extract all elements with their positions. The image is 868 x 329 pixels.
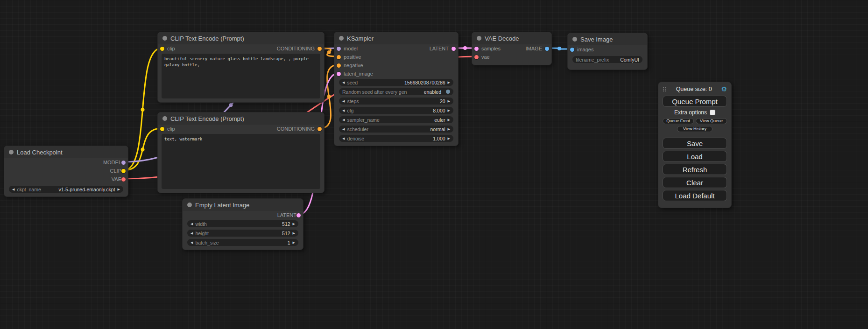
node-title-bar[interactable]: Empty Latent Image	[183, 199, 303, 211]
widget-value: 512	[282, 221, 290, 227]
node-collapse-dot[interactable]	[477, 36, 481, 41]
node-collapse-dot[interactable]	[572, 37, 577, 42]
node-title-bar[interactable]: VAE Decode	[472, 32, 551, 44]
increment-arrow-icon[interactable]: ▶	[448, 99, 450, 103]
widget-steps[interactable]: ◀ steps 20 ▶	[339, 98, 453, 105]
output-port-conditioning[interactable]	[318, 47, 322, 51]
widget-random-seed-toggle[interactable]: Random seed after every gen enabled	[339, 88, 453, 95]
widget-filename-prefix[interactable]: filename_prefix ComfyUI	[572, 56, 642, 63]
input-port-negative[interactable]	[337, 63, 341, 68]
prompt-textarea[interactable]: text, watermark	[162, 134, 320, 189]
node-ksampler[interactable]: KSampler model LATENT positive	[334, 32, 459, 146]
node-clip-text-encode-negative[interactable]: CLIP Text Encode (Prompt) clip CONDITION…	[157, 112, 325, 193]
decrement-arrow-icon[interactable]: ◀	[191, 241, 193, 244]
input-port-vae[interactable]	[474, 55, 479, 59]
toggle-indicator[interactable]	[446, 90, 450, 94]
settings-gear-icon[interactable]: ⚙	[721, 85, 727, 93]
input-port-positive[interactable]	[337, 55, 341, 59]
node-collapse-dot[interactable]	[187, 203, 192, 207]
widget-width[interactable]: ◀ width 512 ▶	[187, 220, 298, 227]
decrement-arrow-icon[interactable]: ◀	[342, 137, 345, 140]
decrement-arrow-icon[interactable]: ◀	[342, 118, 345, 121]
wire-midpoint-dot	[327, 95, 331, 98]
output-port-latent[interactable]	[296, 213, 301, 217]
input-port-samples[interactable]	[474, 47, 479, 51]
widget-scheduler[interactable]: ◀ scheduler normal ▶	[339, 126, 453, 133]
refresh-button[interactable]: Refresh	[663, 164, 727, 175]
increment-arrow-icon[interactable]: ▶	[293, 231, 295, 235]
output-label: CONDITIONING	[277, 126, 315, 132]
node-vae-decode[interactable]: VAE Decode samples IMAGE vae	[472, 32, 552, 65]
decrement-arrow-icon[interactable]: ◀	[342, 99, 345, 103]
increment-arrow-icon[interactable]: ▶	[118, 188, 120, 191]
input-port-latent-image[interactable]	[337, 72, 341, 76]
decrement-arrow-icon[interactable]: ◀	[342, 109, 345, 112]
widget-ckpt-name[interactable]: ◀ ckpt_name v1-5-pruned-emaonly.ckpt ▶	[9, 186, 123, 193]
clear-button[interactable]: Clear	[663, 177, 727, 188]
node-collapse-dot[interactable]	[162, 36, 167, 41]
decrement-arrow-icon[interactable]: ◀	[191, 231, 193, 235]
extra-options-checkbox[interactable]	[710, 110, 715, 115]
decrement-arrow-icon[interactable]: ◀	[191, 222, 193, 225]
output-port-latent[interactable]	[452, 47, 456, 51]
increment-arrow-icon[interactable]: ▶	[293, 222, 295, 225]
node-title-bar[interactable]: CLIP Text Encode (Prompt)	[158, 112, 324, 125]
node-title-bar[interactable]: Load Checkpoint	[4, 146, 128, 158]
node-title-bar[interactable]: Save Image	[568, 33, 647, 45]
widget-cfg[interactable]: ◀ cfg 8.000 ▶	[339, 107, 453, 114]
extra-options-label: Extra options	[674, 109, 707, 116]
increment-arrow-icon[interactable]: ▶	[448, 109, 450, 112]
widget-denoise[interactable]: ◀ denoise 1.000 ▶	[339, 135, 453, 142]
increment-arrow-icon[interactable]: ▶	[448, 127, 450, 131]
node-collapse-dot[interactable]	[339, 36, 344, 41]
node-save-image[interactable]: Save Image images filename_prefix ComfyU…	[567, 33, 648, 70]
view-queue-button[interactable]: View Queue	[696, 118, 727, 124]
view-history-button[interactable]: View History	[677, 126, 713, 132]
node-empty-latent-image[interactable]: Empty Latent Image LATENT ◀ width 512 ▶ …	[182, 198, 303, 250]
node-title: Load Checkpoint	[17, 149, 63, 156]
node-clip-text-encode-positive[interactable]: CLIP Text Encode (Prompt) clip CONDITION…	[157, 32, 325, 103]
increment-arrow-icon[interactable]: ▶	[293, 241, 295, 244]
io-row: images	[568, 45, 647, 54]
output-port-image[interactable]	[545, 47, 549, 51]
widget-height[interactable]: ◀ height 512 ▶	[187, 230, 298, 237]
input-label: model	[344, 46, 358, 51]
output-port-conditioning[interactable]	[318, 127, 322, 131]
save-button[interactable]: Save	[663, 138, 727, 149]
widget-name: Random seed after every gen	[342, 89, 407, 95]
input-port-clip[interactable]	[160, 47, 164, 51]
queue-prompt-button[interactable]: Queue Prompt	[663, 96, 727, 107]
node-title-bar[interactable]: CLIP Text Encode (Prompt)	[158, 32, 324, 44]
node-load-checkpoint[interactable]: Load Checkpoint MODEL CLIP VAE ◀ ckpt_na…	[4, 146, 128, 197]
main-menu-panel[interactable]: Queue size: 0 ⚙ Queue Prompt Extra optio…	[658, 82, 732, 208]
decrement-arrow-icon[interactable]: ◀	[342, 81, 345, 84]
node-title: KSampler	[347, 35, 374, 42]
increment-arrow-icon[interactable]: ▶	[448, 118, 450, 121]
wire-clip-to-positive-clip	[124, 48, 162, 170]
increment-arrow-icon[interactable]: ▶	[448, 137, 450, 140]
queue-front-button[interactable]: Queue Front	[663, 118, 694, 124]
node-collapse-dot[interactable]	[162, 116, 167, 121]
menu-drag-handle-icon[interactable]	[663, 87, 667, 92]
prompt-textarea[interactable]: beautiful scenery nature glass bottle la…	[162, 54, 320, 98]
node-title-bar[interactable]: KSampler	[334, 32, 458, 44]
output-port-clip[interactable]	[121, 169, 126, 173]
widget-value: 1.000	[433, 136, 445, 141]
load-default-button[interactable]: Load Default	[663, 190, 727, 201]
load-button[interactable]: Load	[663, 151, 727, 162]
increment-arrow-icon[interactable]: ▶	[448, 81, 450, 84]
wire-midpoint-dot	[141, 108, 145, 112]
output-port-model[interactable]	[121, 161, 126, 165]
widget-seed[interactable]: ◀ seed 156680208700286 ▶	[339, 79, 453, 86]
widget-batch-size[interactable]: ◀ batch_size 1 ▶	[187, 239, 298, 246]
output-port-vae[interactable]	[121, 177, 126, 182]
widget-name: ckpt_name	[17, 187, 41, 192]
input-port-clip[interactable]	[160, 127, 164, 131]
node-collapse-dot[interactable]	[9, 150, 14, 154]
graph-canvas[interactable]: Load Checkpoint MODEL CLIP VAE ◀ ckpt_na…	[0, 0, 868, 329]
decrement-arrow-icon[interactable]: ◀	[342, 127, 345, 131]
decrement-arrow-icon[interactable]: ◀	[12, 188, 14, 191]
input-port-images[interactable]	[570, 48, 574, 52]
input-port-model[interactable]	[337, 47, 341, 51]
widget-sampler-name[interactable]: ◀ sampler_name euler ▶	[339, 116, 453, 123]
